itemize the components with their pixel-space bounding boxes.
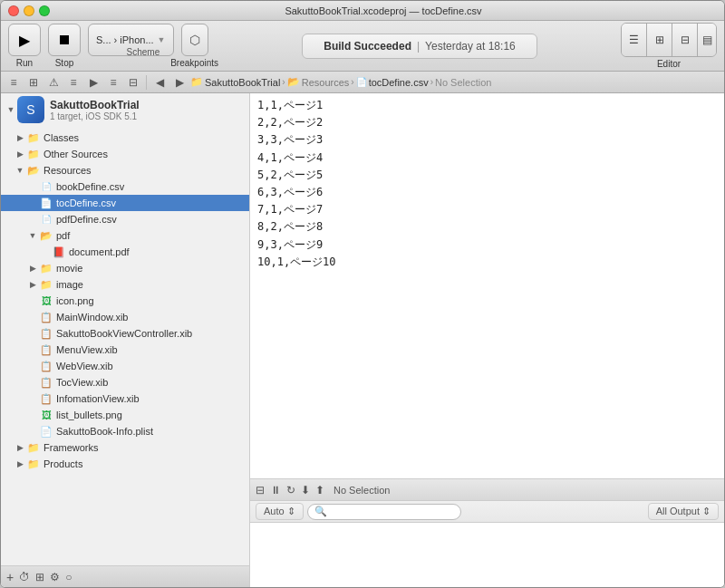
debug-step-in-btn[interactable]: ⬇ [301,484,310,496]
tree-item-bookdefine[interactable]: 📄 bookDefine.csv [1,178,249,195]
tree-item-pdfdefine[interactable]: 📄 pdfDefine.csv [1,211,249,227]
main-area: S SakuttoBookTrial 1 target, iOS SDK 5.1… [1,93,724,587]
editor-extra-button[interactable]: ▤ [698,24,716,56]
minimize-button[interactable] [24,5,34,16]
tree-item-tocview[interactable]: 📋 TocView.xib [1,374,249,390]
assistant-editor-button[interactable]: ⊞ [647,24,672,56]
scheme-chevron-icon: ▼ [158,35,166,44]
tree-item-frameworks[interactable]: 📁 Frameworks [1,439,249,456]
settings-button[interactable]: ⚙ [50,571,60,583]
sec-icon-1[interactable]: ≡ [5,73,23,92]
run-button[interactable]: ▶ Run [8,24,41,68]
scheme-selector[interactable]: S... › iPhon... ▼ S... › iPhon... [88,24,174,68]
movie-triangle[interactable] [26,262,39,275]
breadcrumb-file-label: tocDefine.csv [369,77,429,88]
debug-search-input[interactable] [307,504,461,520]
sec-icon-7[interactable]: ⊟ [124,73,142,92]
code-line: 10,1,ページ10 [257,254,717,271]
code-content[interactable]: 1,1,ページ12,2,ページ23,3,ページ34,1,ページ45,2,ページ5… [250,93,724,478]
infomationview-label: InfomationView.xib [56,393,140,404]
sec-icon-2[interactable]: ⊞ [24,73,43,92]
filter-button[interactable]: ⊞ [35,571,44,583]
tree-item-pdf-folder[interactable]: 📂 pdf [1,227,249,244]
frameworks-label: Frameworks [44,442,99,453]
breakpoints-button[interactable]: ⬡ Breakpoints [170,24,218,68]
nav-back-button[interactable]: ◀ [150,73,169,92]
code-line: 8,2,ページ8 [257,218,717,236]
project-root-item[interactable]: S SakuttoBookTrial 1 target, iOS SDK 5.1 [1,93,249,126]
standard-editor-button[interactable]: ☰ [622,24,647,56]
breadcrumb-item-project[interactable]: 📁 SakuttoBookTrial [190,76,280,88]
tree-item-image[interactable]: 📁 image [1,276,249,293]
sec-icon-3[interactable]: ⚠ [44,73,63,92]
tree-item-icon-png[interactable]: 🖼 icon.png [1,293,249,309]
editor-view-buttons: ☰ ⊞ ⊟ ▤ [621,23,717,57]
resources-triangle[interactable] [14,164,26,177]
breadcrumb-sep-1: › [282,77,285,87]
document-pdf-label: document.pdf [69,246,130,257]
debug-step-out-btn[interactable]: ⬆ [315,484,324,496]
maximize-button[interactable] [39,5,50,16]
sakuttobookvc-label: SakuttoBookViewController.xib [56,328,192,339]
plist-label: SakuttoBook-Info.plist [56,426,153,437]
scheme-label: S... › iPhon... [96,34,154,45]
tree-item-sakuttobookvc[interactable]: 📋 SakuttoBookViewController.xib [1,325,249,342]
stop-button[interactable]: ⏹ Stop [48,24,81,68]
frameworks-triangle[interactable] [14,441,26,454]
tree-item-classes[interactable]: 📁 Classes [1,130,249,146]
tree-item-products[interactable]: 📁 Products [1,456,249,472]
tree-item-webview[interactable]: 📋 WebView.xib [1,358,249,374]
breadcrumb-item-file[interactable]: 📄 tocDefine.csv [356,77,429,88]
add-button[interactable]: + [6,570,14,584]
breadcrumb-sep-2: › [351,77,353,87]
debug-all-output-filter[interactable]: All Output ⇕ [648,503,719,520]
tree-item-tocdefine[interactable]: 📄 tocDefine.csv [1,195,249,211]
secondary-toolbar: ≡ ⊞ ⚠ ≡ ▶ ≡ ⊟ ◀ ▶ 📁 SakuttoBookTrial › 📂… [1,72,724,93]
code-line: 2,2,ページ2 [257,114,717,131]
history-button[interactable]: ⏱ [19,571,30,583]
mainwindow-label: MainWindow.xib [56,312,128,323]
folder-icon: 📂 [287,76,300,88]
project-subtitle: 1 target, iOS SDK 5.1 [50,111,140,121]
classes-triangle[interactable] [14,131,26,144]
breadcrumb-item-folder[interactable]: 📂 Resources [287,76,350,88]
tree-item-infomationview[interactable]: 📋 InfomationView.xib [1,390,249,407]
products-label: Products [44,458,82,469]
debug-hide-btn[interactable]: ⊟ [256,484,265,496]
debug-auto-filter[interactable]: Auto ⇕ [256,503,304,520]
image-label: image [56,279,83,290]
tree-item-other-sources[interactable]: 📁 Other Sources [1,146,249,162]
clear-button[interactable]: ○ [65,571,72,583]
version-editor-button[interactable]: ⊟ [672,24,698,56]
tree-item-mainwindow[interactable]: 📋 MainWindow.xib [1,309,249,325]
products-triangle[interactable] [14,458,26,470]
build-status-separator: | [417,40,420,53]
frameworks-folder-icon: 📁 [26,440,41,455]
classes-folder-icon: 📁 [26,130,41,145]
breadcrumb-project-label: SakuttoBookTrial [205,77,280,88]
code-line: 7,1,ページ7 [257,201,717,218]
other-sources-triangle[interactable] [14,148,26,160]
nav-forward-button[interactable]: ▶ [170,73,188,92]
tree-item-resources[interactable]: 📂 Resources [1,162,249,178]
sec-icon-6[interactable]: ≡ [104,73,122,92]
sec-icon-4[interactable]: ≡ [64,73,82,92]
code-line: 6,3,ページ6 [257,184,717,201]
tree-item-menuview[interactable]: 📋 MenuView.xib [1,342,249,358]
stop-icon: ⏹ [48,24,81,56]
image-triangle[interactable] [26,278,39,291]
project-name: SakuttoBookTrial [50,99,140,111]
debug-step-over-btn[interactable]: ↻ [286,484,295,496]
project-triangle[interactable] [5,103,17,116]
xcode-project-icon: 📁 [190,76,203,88]
debug-pause-btn[interactable]: ⏸ [270,484,281,496]
tree-item-document-pdf[interactable]: 📕 document.pdf [1,244,249,260]
webview-label: WebView.xib [56,361,113,371]
pdf-folder-triangle[interactable] [26,229,39,242]
tree-item-plist[interactable]: 📄 SakuttoBook-Info.plist [1,423,249,439]
sec-icon-5[interactable]: ▶ [84,73,102,92]
close-button[interactable] [8,5,19,16]
breadcrumb-folder-label: Resources [302,77,350,88]
tree-item-list-bullets[interactable]: 🖼 list_bullets.png [1,407,249,423]
tree-item-movie[interactable]: 📁 movie [1,260,249,276]
